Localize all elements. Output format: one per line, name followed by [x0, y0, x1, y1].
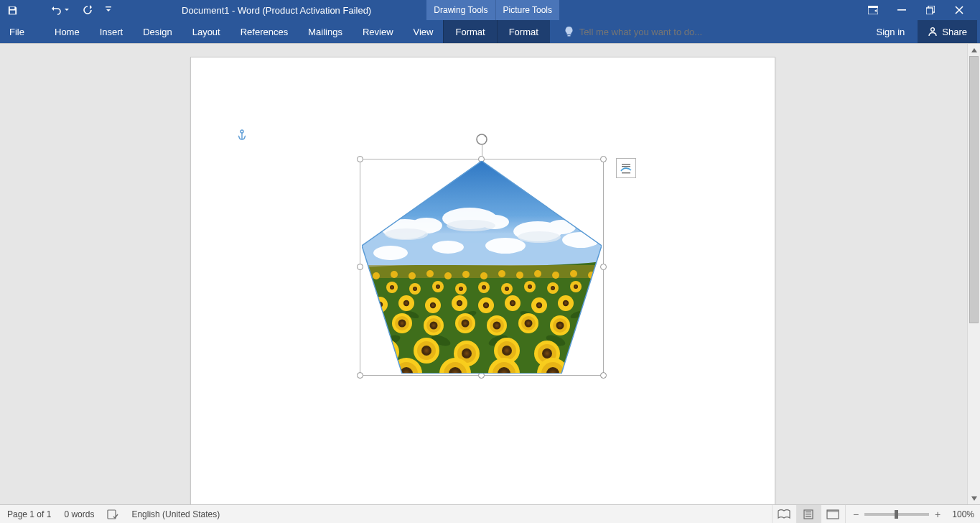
sign-in-link[interactable]: Sign in — [869, 27, 913, 37]
minimize-icon[interactable] — [897, 6, 907, 14]
svg-point-21 — [485, 238, 526, 254]
svg-point-78 — [536, 302, 542, 308]
svg-point-79 — [563, 300, 569, 306]
redo-icon[interactable] — [83, 5, 93, 15]
tab-layout[interactable]: Layout — [182, 20, 230, 43]
tell-me-input[interactable] — [579, 27, 780, 37]
svg-point-119 — [574, 338, 600, 364]
rotation-handle[interactable] — [475, 132, 489, 147]
tell-me-search[interactable] — [550, 20, 869, 43]
svg-point-33 — [462, 271, 470, 278]
share-icon — [928, 27, 938, 37]
svg-point-6 — [241, 130, 243, 133]
svg-rect-9 — [622, 166, 630, 167]
undo-button[interactable] — [51, 5, 70, 15]
svg-point-52 — [367, 287, 371, 291]
status-page[interactable]: Page 1 of 1 — [7, 509, 51, 519]
anchor-icon — [237, 129, 247, 143]
scroll-down-icon[interactable] — [968, 492, 980, 504]
save-icon[interactable] — [7, 5, 18, 16]
tab-design[interactable]: Design — [133, 20, 182, 43]
scroll-track[interactable] — [968, 56, 980, 492]
svg-point-131 — [582, 346, 592, 356]
layout-options-button[interactable] — [616, 158, 636, 178]
svg-point-5 — [931, 28, 935, 32]
status-word-count[interactable]: 0 words — [64, 509, 94, 519]
restore-icon[interactable] — [925, 6, 935, 14]
svg-point-56 — [459, 287, 463, 291]
svg-point-59 — [528, 284, 532, 289]
tab-references[interactable]: References — [230, 20, 298, 43]
svg-point-20 — [373, 246, 408, 260]
tab-mailings[interactable]: Mailings — [298, 20, 353, 43]
zoom-in-button[interactable]: + — [935, 509, 941, 520]
share-button[interactable]: Share — [918, 20, 977, 43]
zoom-slider-knob[interactable] — [895, 510, 898, 519]
svg-point-39 — [570, 270, 577, 277]
svg-point-57 — [482, 285, 486, 290]
scroll-thumb[interactable] — [969, 56, 979, 323]
svg-point-58 — [505, 287, 509, 291]
svg-point-63 — [372, 297, 388, 313]
svg-point-130 — [542, 348, 552, 358]
proofing-icon[interactable] — [107, 509, 118, 519]
svg-point-71 — [584, 297, 600, 313]
status-language[interactable]: English (United States) — [131, 509, 220, 519]
scroll-up-icon[interactable] — [968, 44, 980, 56]
svg-point-25 — [518, 231, 561, 243]
svg-point-107 — [525, 320, 533, 328]
svg-point-34 — [480, 272, 487, 279]
svg-point-74 — [430, 302, 436, 308]
svg-point-41 — [363, 283, 375, 295]
view-web-layout[interactable] — [821, 505, 845, 524]
vertical-scrollbar[interactable] — [967, 44, 980, 504]
view-print-layout[interactable] — [796, 505, 821, 524]
svg-point-18 — [547, 220, 576, 234]
quick-access-toolbar — [0, 0, 111, 20]
tab-format-drawing[interactable]: Format — [443, 20, 496, 43]
tab-format-picture[interactable]: Format — [497, 20, 550, 43]
close-icon[interactable] — [954, 6, 964, 14]
window-controls — [861, 0, 980, 20]
svg-point-108 — [556, 322, 564, 330]
svg-rect-3 — [897, 9, 906, 11]
view-read-mode[interactable] — [772, 505, 796, 524]
chevron-down-icon[interactable] — [64, 7, 70, 13]
qat-customize-icon[interactable] — [106, 6, 111, 14]
picture-tools-tab-header: Picture Tools — [495, 0, 559, 20]
svg-point-73 — [403, 300, 409, 306]
pentagon-picture[interactable] — [362, 161, 602, 374]
svg-point-129 — [502, 346, 512, 356]
svg-point-54 — [413, 287, 417, 291]
svg-point-93 — [582, 313, 602, 333]
drawing-tools-tab-header: Drawing Tools — [426, 0, 495, 20]
workspace — [0, 44, 980, 504]
svg-point-125 — [578, 341, 597, 360]
tab-home[interactable]: Home — [34, 20, 90, 43]
svg-point-75 — [457, 300, 462, 306]
svg-point-38 — [552, 272, 559, 279]
svg-point-106 — [493, 322, 501, 330]
svg-point-86 — [362, 315, 381, 335]
svg-rect-149 — [806, 516, 811, 517]
svg-rect-10 — [622, 172, 630, 173]
tab-insert[interactable]: Insert — [90, 20, 134, 43]
svg-point-76 — [483, 302, 489, 308]
selection-bounding-box[interactable] — [360, 159, 604, 376]
svg-point-28 — [373, 272, 380, 279]
tab-view[interactable]: View — [403, 20, 444, 43]
svg-point-37 — [534, 270, 541, 277]
contextual-tool-tabs: Drawing Tools Picture Tools — [426, 0, 559, 20]
svg-point-105 — [462, 320, 470, 328]
file-tab[interactable]: File — [0, 20, 34, 43]
ribbon-display-options-icon[interactable] — [868, 6, 878, 14]
svg-point-60 — [551, 286, 555, 290]
zoom-slider[interactable] — [864, 513, 929, 516]
document-title: Document1 - Word (Product Activation Fai… — [111, 0, 426, 20]
svg-point-109 — [588, 320, 596, 328]
svg-point-24 — [447, 220, 495, 231]
zoom-out-button[interactable]: − — [853, 509, 859, 520]
zoom-percentage[interactable]: 100% — [948, 509, 974, 519]
tab-review[interactable]: Review — [353, 20, 403, 43]
document-page[interactable] — [190, 57, 775, 504]
